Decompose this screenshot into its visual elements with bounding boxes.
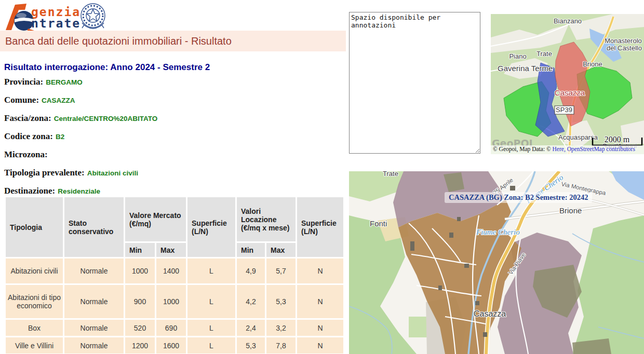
label-brione: Brione bbox=[559, 206, 582, 215]
field-destinazione: Destinazione:Residenziale bbox=[4, 186, 342, 196]
annotations-textarea[interactable]: Spazio disponibile per annotazioni bbox=[349, 12, 480, 154]
col-header-vl-min: Min bbox=[237, 243, 265, 257]
label-casazza: Casazza bbox=[555, 88, 585, 97]
label-piano: Piano bbox=[509, 52, 526, 60]
col-header-valori-locazione: Valori Locazione (€/mq x mese) bbox=[237, 197, 296, 241]
detail-map-title: CASAZZA (BG) Zona: B2 Semestre: 20242 bbox=[445, 192, 592, 203]
label-monasterolo-2: del Castello bbox=[607, 44, 642, 52]
label-fonti: Fonti bbox=[370, 219, 387, 228]
field-comune: Comune:CASAZZA bbox=[4, 95, 342, 105]
brand-text-entrate: ntrate bbox=[31, 17, 81, 30]
field-microzona: Microzona: bbox=[4, 149, 342, 160]
copyright-link[interactable]: Here, OpenStreetMap contributors bbox=[553, 146, 635, 152]
page-title: Banca dati delle quotazioni immobiliari … bbox=[0, 31, 346, 51]
table-row: Ville e Villini Normale 1200 1600 L 5,3 … bbox=[6, 337, 343, 353]
col-header-vl-max: Max bbox=[266, 243, 296, 257]
col-header-superficie-vm: Superficie (L/N) bbox=[187, 197, 235, 257]
label-trate: Trate bbox=[536, 50, 552, 58]
col-header-superficie-vl: Superficie (L/N) bbox=[297, 197, 343, 257]
copyright-text: © Geopoi, Map Data: © bbox=[493, 146, 553, 152]
svg-text:SP39: SP39 bbox=[556, 106, 572, 114]
field-provincia: Provincia:BERGAMO bbox=[4, 77, 342, 87]
route-badge-sp39: SP39 bbox=[555, 106, 574, 114]
result-heading-value: Anno 2024 - Semestre 2 bbox=[110, 62, 210, 72]
label-fiume-cherio: Fiume Cherio bbox=[476, 228, 520, 236]
map-copyright: © Geopoi, Map Data: © Here, OpenStreetMa… bbox=[491, 145, 644, 154]
table-header-row: Tipologia Stato conservativo Valore Merc… bbox=[6, 197, 343, 241]
italian-republic-emblem-icon bbox=[79, 2, 107, 30]
overview-map-canvas: Bianzano Monasterolo del Castello Piano … bbox=[491, 14, 644, 154]
col-header-tipologia: Tipologia bbox=[6, 197, 63, 257]
label-bianzano: Bianzano bbox=[554, 17, 582, 25]
table-row: Abitazioni di tipo economico Normale 900… bbox=[6, 285, 343, 318]
col-header-vm-min: Min bbox=[125, 243, 155, 257]
field-tipologia-prevalente: Tipologia prevalente:Abitazioni civili bbox=[4, 168, 342, 178]
table-row: Box Normale 520 690 L 2,4 3,2 N bbox=[6, 320, 343, 336]
label-gaverina-terme: Gaverina Terme bbox=[498, 64, 553, 73]
label-brione: Brione bbox=[583, 60, 602, 68]
label-casazza: Casazza bbox=[474, 309, 506, 318]
col-header-valore-mercato: Valore Mercato (€/mq) bbox=[125, 197, 186, 241]
table-row: Abitazioni civili Normale 1000 1400 L 4,… bbox=[6, 258, 343, 283]
zone-detail-map[interactable]: Trate Fonti Brione Fiume Cherio Fiume Ch… bbox=[349, 171, 644, 354]
label-monasterolo-1: Monasterolo bbox=[605, 37, 642, 45]
field-fascia-zona: Fascia/zona:Centrale/CENTRO%20ABITATO bbox=[4, 113, 342, 124]
label-trate: Trate bbox=[383, 171, 398, 178]
results-panel: genzia ntrate Banca dati delle quotazion… bbox=[0, 0, 346, 354]
result-heading: Risultato interrogazione: Anno 2024 - Se… bbox=[4, 62, 342, 72]
quotations-table: Tipologia Stato conservativo Valore Merc… bbox=[4, 196, 345, 354]
agenzia-entrate-logo: genzia ntrate bbox=[4, 2, 118, 31]
col-header-vm-max: Max bbox=[156, 243, 186, 257]
result-heading-label: Risultato interrogazione: bbox=[4, 62, 108, 72]
query-result-summary: Risultato interrogazione: Anno 2024 - Se… bbox=[4, 58, 342, 204]
agenzia-entrate-logo-mark bbox=[4, 2, 35, 32]
field-codice-zona: Codice zona:B2 bbox=[4, 131, 342, 142]
overview-map[interactable]: Bianzano Monasterolo del Castello Piano … bbox=[491, 14, 644, 154]
col-header-stato: Stato conservativo bbox=[64, 197, 124, 257]
